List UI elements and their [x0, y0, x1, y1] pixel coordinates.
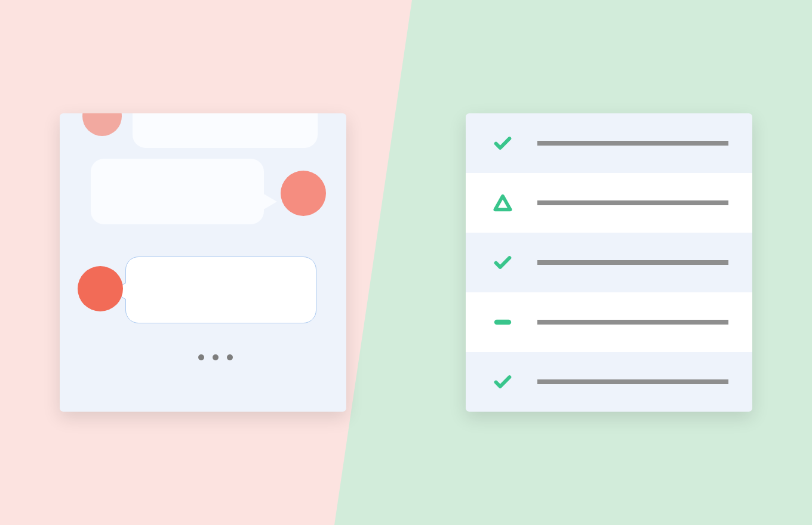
text-placeholder-line: [537, 260, 728, 265]
chat-bubble: [91, 159, 264, 224]
status-list-row: [466, 113, 752, 173]
chat-card: [60, 113, 346, 412]
check-icon: [490, 252, 516, 273]
typing-dot-icon: [213, 354, 219, 360]
text-placeholder-line: [537, 141, 728, 146]
triangle-icon: [490, 192, 516, 214]
typing-dot-icon: [198, 354, 204, 360]
chat-bubble-active: [125, 257, 316, 323]
typing-dot-icon: [227, 354, 233, 360]
text-placeholder-line: [537, 379, 728, 384]
check-icon: [490, 371, 516, 393]
avatar-icon: [82, 113, 122, 136]
text-placeholder-line: [537, 200, 728, 205]
minus-icon: [490, 311, 516, 333]
status-list-row: [466, 173, 752, 233]
bubble-tail-icon: [263, 193, 277, 210]
status-list-row: [466, 292, 752, 352]
status-list-card: [466, 113, 752, 412]
status-list-row: [466, 233, 752, 292]
text-placeholder-line: [537, 320, 728, 325]
avatar-icon: [78, 266, 123, 311]
status-list-row: [466, 352, 752, 412]
chat-bubble: [133, 113, 318, 148]
check-icon: [490, 132, 516, 154]
avatar-icon: [281, 171, 326, 216]
typing-indicator: [198, 354, 233, 360]
